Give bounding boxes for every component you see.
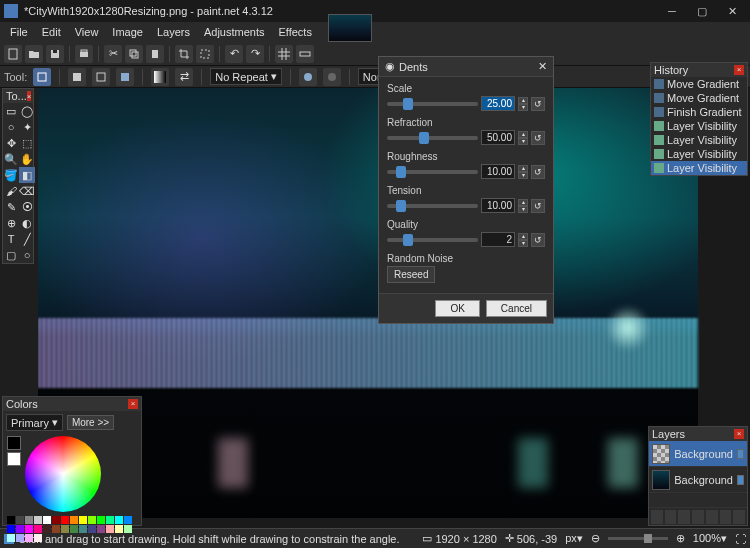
toolbox-close-icon[interactable]: × <box>27 91 32 101</box>
color-palette[interactable] <box>3 514 141 544</box>
undo-icon[interactable]: ↶ <box>225 45 243 63</box>
layer-props-icon[interactable] <box>733 510 745 524</box>
scale-slider[interactable] <box>387 102 478 106</box>
new-icon[interactable] <box>4 45 22 63</box>
tool-pencil[interactable]: ✎ <box>3 199 19 215</box>
tool-line[interactable]: ╱ <box>19 231 35 247</box>
grid-icon[interactable] <box>275 45 293 63</box>
maximize-button[interactable]: ▢ <box>688 2 716 20</box>
layer-visible-checkbox[interactable] <box>737 449 744 459</box>
menu-effects[interactable]: Effects <box>273 24 318 40</box>
tool-eraser[interactable]: ⌫ <box>19 183 35 199</box>
tool-bucket[interactable]: 🪣 <box>3 167 19 183</box>
zoom-slider[interactable] <box>608 537 668 540</box>
colors-more-button[interactable]: More >> <box>67 415 114 430</box>
tool-pan[interactable]: ✋ <box>19 151 35 167</box>
tool-rectselect[interactable]: ▭ <box>3 103 19 119</box>
close-button[interactable]: ✕ <box>718 2 746 20</box>
menu-layers[interactable]: Layers <box>151 24 196 40</box>
shape-square-icon[interactable] <box>68 68 86 86</box>
quality-spinner[interactable]: ▴▾ <box>518 233 528 247</box>
layer-delete-icon[interactable] <box>665 510 677 524</box>
refraction-spinner[interactable]: ▴▾ <box>518 131 528 145</box>
menu-file[interactable]: File <box>4 24 34 40</box>
reseed-button[interactable]: Reseed <box>387 266 435 283</box>
history-item[interactable]: Move Gradient <box>651 91 747 105</box>
menu-adjustments[interactable]: Adjustments <box>198 24 271 40</box>
color-mode-icon[interactable] <box>299 68 317 86</box>
color-wheel[interactable] <box>25 436 101 512</box>
tension-slider[interactable] <box>387 204 478 208</box>
repeat-dropdown[interactable]: No Repeat▾ <box>210 68 282 85</box>
tool-wand[interactable]: ✦ <box>19 119 35 135</box>
scale-reset-icon[interactable]: ↺ <box>531 97 545 111</box>
history-item[interactable]: Layer Visibility <box>651 133 747 147</box>
tool-recolor[interactable]: ◐ <box>19 215 35 231</box>
color-mode-dropdown[interactable]: Primary▾ <box>6 414 63 431</box>
print-icon[interactable] <box>75 45 93 63</box>
paste-icon[interactable] <box>146 45 164 63</box>
quality-slider[interactable] <box>387 238 478 242</box>
menu-edit[interactable]: Edit <box>36 24 67 40</box>
layer-down-icon[interactable] <box>720 510 732 524</box>
cancel-button[interactable]: Cancel <box>486 300 547 317</box>
quality-reset-icon[interactable]: ↺ <box>531 233 545 247</box>
zoom-out-icon[interactable]: ⊖ <box>591 532 600 545</box>
gradient-linear-icon[interactable] <box>151 68 169 86</box>
scale-spinner[interactable]: ▴▾ <box>518 97 528 111</box>
tool-text[interactable]: T <box>3 231 19 247</box>
shape-filled-icon[interactable] <box>116 68 134 86</box>
copy-icon[interactable] <box>125 45 143 63</box>
tension-reset-icon[interactable]: ↺ <box>531 199 545 213</box>
tension-spinner[interactable]: ▴▾ <box>518 199 528 213</box>
tool-ellipse[interactable]: ○ <box>3 119 19 135</box>
roughness-input[interactable]: 10.00 <box>481 164 515 179</box>
layer-up-icon[interactable] <box>706 510 718 524</box>
primary-swatch[interactable] <box>7 436 21 450</box>
tool-shapes2[interactable]: ○ <box>19 247 35 263</box>
tension-input[interactable]: 10.00 <box>481 198 515 213</box>
ruler-icon[interactable] <box>296 45 314 63</box>
ok-button[interactable]: OK <box>435 300 479 317</box>
layer-item[interactable]: Background <box>649 467 747 493</box>
gradient-swap-icon[interactable]: ⇄ <box>175 68 193 86</box>
layer-merge-icon[interactable] <box>692 510 704 524</box>
scale-input[interactable]: 25.00 <box>481 96 515 111</box>
shape-outline-icon[interactable] <box>92 68 110 86</box>
deselect-icon[interactable] <box>196 45 214 63</box>
menu-view[interactable]: View <box>69 24 105 40</box>
unit-dropdown[interactable]: px▾ <box>565 532 583 545</box>
secondary-swatch[interactable] <box>7 452 21 466</box>
tool-clone[interactable]: ⊕ <box>3 215 19 231</box>
redo-icon[interactable]: ↷ <box>246 45 264 63</box>
refraction-input[interactable]: 50.00 <box>481 130 515 145</box>
minimize-button[interactable]: ─ <box>658 2 686 20</box>
roughness-spinner[interactable]: ▴▾ <box>518 165 528 179</box>
layer-duplicate-icon[interactable] <box>678 510 690 524</box>
tool-lasso[interactable]: ◯ <box>19 103 35 119</box>
alpha-mode-icon[interactable] <box>323 68 341 86</box>
crop-icon[interactable] <box>175 45 193 63</box>
tool-shapes[interactable]: ▢ <box>3 247 19 263</box>
history-item[interactable]: Layer Visibility <box>651 147 747 161</box>
layer-visible-checkbox[interactable] <box>737 475 744 485</box>
menu-image[interactable]: Image <box>106 24 149 40</box>
history-item[interactable]: Layer Visibility <box>651 119 747 133</box>
layers-close-icon[interactable]: × <box>734 429 744 439</box>
refraction-reset-icon[interactable]: ↺ <box>531 131 545 145</box>
open-icon[interactable] <box>25 45 43 63</box>
cut-icon[interactable]: ✂ <box>104 45 122 63</box>
history-close-icon[interactable]: × <box>734 65 744 75</box>
active-tool-icon[interactable] <box>33 68 51 86</box>
zoom-fit-icon[interactable]: ⛶ <box>735 533 746 545</box>
roughness-slider[interactable] <box>387 170 478 174</box>
tool-picker[interactable]: ⦿ <box>19 199 35 215</box>
history-item[interactable]: Layer Visibility <box>651 161 747 175</box>
tool-zoom[interactable]: 🔍 <box>3 151 19 167</box>
zoom-dropdown[interactable]: 100%▾ <box>693 532 727 545</box>
quality-input[interactable]: 2 <box>481 232 515 247</box>
save-icon[interactable] <box>46 45 64 63</box>
tool-brush[interactable]: 🖌 <box>3 183 19 199</box>
colors-close-icon[interactable]: × <box>128 399 138 409</box>
tool-move[interactable]: ✥ <box>3 135 19 151</box>
